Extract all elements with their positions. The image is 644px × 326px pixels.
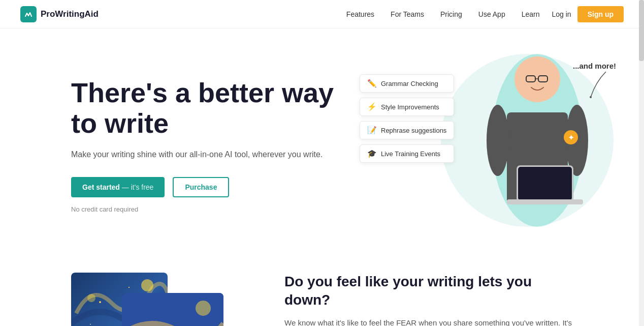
rephrase-icon: 📝 [367, 126, 377, 135]
hero-title: There's a better way to write [71, 78, 335, 138]
front-card-art [122, 293, 223, 326]
sparkle-icon: ✦ [564, 130, 578, 144]
nav-link-learn[interactable]: Learn [522, 10, 540, 18]
img-stack: My idea in my head [71, 273, 244, 326]
nav-link-pricing[interactable]: Pricing [440, 10, 462, 18]
hero-section: There's a better way to write Make your … [0, 28, 644, 252]
svg-rect-11 [507, 199, 583, 204]
hero-subtitle: Make your writing shine with our all-in-… [71, 149, 335, 161]
nav-login-link[interactable]: Log in [552, 10, 571, 18]
purchase-button[interactable]: Purchase [173, 177, 229, 197]
hero-right: ✦ ...and more! ✏️ Grammar Checking ⚡ Sty… [339, 28, 644, 252]
nav-links: Features For Teams Pricing Use App Learn [346, 10, 540, 18]
hero-buttons: Get started — it's free Purchase [71, 177, 335, 197]
signup-button[interactable]: Sign up [577, 6, 624, 22]
svg-point-2 [514, 56, 560, 102]
navbar: ProWritingAid Features For Teams Pricing… [0, 0, 644, 28]
nav-link-use-app[interactable]: Use App [478, 10, 505, 18]
person-illustration [476, 39, 598, 237]
svg-point-14 [87, 294, 95, 302]
style-icon: ⚡ [367, 102, 377, 111]
svg-point-16 [196, 301, 211, 316]
svg-rect-0 [23, 9, 34, 19]
nav-logo[interactable]: ProWritingAid [20, 6, 99, 22]
training-icon: 🎓 [367, 149, 377, 158]
section2-title: Do you feel like your writing lets you d… [284, 273, 573, 310]
svg-point-13 [141, 279, 153, 291]
page-scrollbar[interactable] [639, 0, 644, 326]
section2: My idea in my head Do you feel like your… [0, 252, 644, 326]
nav-link-features[interactable]: Features [346, 10, 374, 18]
feature-pill-grammar: ✏️ Grammar Checking [360, 74, 454, 93]
section2-left: My idea in my head [71, 273, 244, 326]
feature-pills: ✏️ Grammar Checking ⚡ Style Improvements… [360, 74, 454, 163]
svg-point-7 [487, 105, 509, 176]
scrollbar-thumb[interactable] [639, 0, 644, 61]
feature-pill-rephrase: 📝 Rephrase suggestions [360, 121, 454, 139]
feature-pill-training: 🎓 Live Training Events [360, 144, 454, 163]
hero-left: There's a better way to write Make your … [71, 78, 335, 213]
hero-illustration: ✦ ...and more! ✏️ Grammar Checking ⚡ Sty… [349, 34, 634, 247]
section2-right: Do you feel like your writing lets you d… [284, 273, 573, 326]
feature-pill-style: ⚡ Style Improvements [360, 98, 454, 116]
logo-icon [20, 6, 37, 22]
get-started-button[interactable]: Get started — it's free [71, 177, 165, 197]
no-credit-card-text: No credit card required [71, 205, 335, 213]
section2-text: We know what it's like to feel the FEAR … [284, 317, 573, 326]
img-card-front [122, 293, 223, 326]
logo-text: ProWritingAid [41, 9, 99, 19]
nav-link-for-teams[interactable]: For Teams [391, 10, 424, 18]
grammar-icon: ✏️ [367, 79, 377, 88]
svg-rect-10 [518, 167, 572, 200]
